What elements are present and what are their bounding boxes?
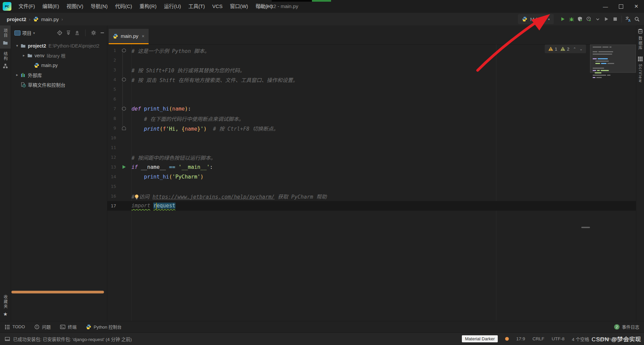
code-line-10[interactable]: 10 bbox=[107, 133, 636, 143]
next-problem-icon[interactable]: ⌄ bbox=[580, 47, 583, 51]
topbar-green-segment bbox=[312, 0, 331, 2]
locate-button[interactable] bbox=[57, 30, 62, 36]
window-minimize-button[interactable]: — bbox=[598, 0, 613, 13]
grid-icon bbox=[638, 56, 643, 62]
settings-button[interactable] bbox=[91, 30, 96, 36]
menu-item-tools[interactable]: 工具(T) bbox=[184, 0, 208, 13]
tree-item-scratches[interactable]: 草稿文件和控制台 bbox=[11, 80, 107, 89]
chevron-down-icon[interactable]: ▾ bbox=[14, 44, 20, 48]
window-close-button[interactable]: ✕ bbox=[629, 0, 644, 13]
run-line-icon[interactable] bbox=[116, 165, 131, 169]
stop-disabled-button[interactable] bbox=[611, 15, 620, 23]
token: ( bbox=[169, 106, 172, 112]
tree-item-project2[interactable]: ▾project2E:\Python-IDEA\project2 bbox=[11, 41, 107, 51]
toolwindow-button-event-log[interactable]: 2事件日志 bbox=[614, 324, 639, 330]
line-number: 3 bbox=[107, 67, 116, 72]
menu-item-run[interactable]: 运行(U) bbox=[160, 0, 185, 13]
code-line-7[interactable]: 7def print_hi(name): bbox=[107, 104, 636, 114]
menu-item-edit[interactable]: 编辑(E) bbox=[39, 0, 63, 13]
tab-label: main.py bbox=[121, 33, 139, 39]
status-item-theme[interactable]: Material Darker bbox=[462, 335, 498, 342]
sidebar-tab-database[interactable]: 数据库 bbox=[636, 25, 644, 53]
breadcrumb-file[interactable]: main.py bbox=[41, 16, 59, 22]
hide-button[interactable] bbox=[100, 30, 105, 36]
expand-all-button[interactable] bbox=[66, 30, 71, 36]
prev-problem-icon[interactable]: ⌃ bbox=[573, 47, 576, 51]
toolwindow-button-terminal[interactable]: 终端 bbox=[60, 324, 76, 330]
fold-open-icon[interactable] bbox=[116, 107, 131, 111]
menu-item-view[interactable]: 视图(V) bbox=[63, 0, 87, 13]
search-everywhere-button[interactable] bbox=[633, 15, 641, 23]
sidebar-tab-sciview[interactable]: SciView bbox=[636, 53, 644, 86]
sidebar-tab-structure[interactable]: 结构 bbox=[0, 49, 11, 72]
run-with-coverage-button[interactable] bbox=[576, 15, 585, 23]
run-button[interactable] bbox=[558, 15, 567, 23]
code-line-2[interactable]: 2 bbox=[107, 55, 636, 65]
editor-area[interactable]: main.py × 1# 这是一个示例 Python 脚本。23# 按 Shif… bbox=[107, 25, 636, 321]
inspections-widget[interactable]: 1 2 ⌃ ⌄ bbox=[545, 45, 586, 53]
project-panel: 项目 ▾ ▾project2E:\Python-IDEA\project2▸ve… bbox=[11, 25, 107, 321]
code-line-3[interactable]: 3# 按 Shift+F10 执行或将其替换为您的代码。 bbox=[107, 65, 636, 75]
run-buttons: 文A bbox=[558, 15, 641, 23]
profiler-button[interactable] bbox=[585, 15, 593, 23]
run-disabled-button[interactable] bbox=[602, 15, 611, 23]
run-configuration-selector[interactable]: MAIN ▾ bbox=[518, 14, 554, 24]
collapse-all-button[interactable] bbox=[74, 30, 80, 36]
tree-item-main-py[interactable]: main.py bbox=[11, 60, 107, 70]
toolwindow-button-python-console[interactable]: Python 控制台 bbox=[86, 324, 121, 330]
code-line-15[interactable]: 15 bbox=[107, 182, 636, 191]
tree-item-external-libs[interactable]: ▸外部库 bbox=[11, 70, 107, 80]
code-line-6[interactable]: 6 bbox=[107, 94, 636, 104]
code-editor[interactable]: 1# 这是一个示例 Python 脚本。23# 按 Shift+F10 执行或将… bbox=[107, 44, 636, 321]
menu-item-file[interactable]: 文件(F) bbox=[15, 0, 39, 13]
code-line-9[interactable]: 9 print(f'Hi, {name}') # 按 Ctrl+F8 切换断点。 bbox=[107, 123, 636, 133]
chevron-right-icon[interactable]: ▸ bbox=[21, 53, 26, 58]
code-line-5[interactable]: 5 bbox=[107, 84, 636, 94]
debug-button[interactable] bbox=[567, 15, 576, 23]
breadcrumb-project[interactable]: project2 bbox=[7, 16, 26, 22]
code-line-17[interactable]: 17import request bbox=[107, 201, 636, 211]
status-item-indent[interactable]: 4 个空格 bbox=[572, 336, 589, 342]
token: __name__ bbox=[141, 164, 169, 170]
scrollbar-thumb[interactable] bbox=[581, 227, 590, 228]
close-icon[interactable]: × bbox=[142, 33, 145, 39]
code-line-13[interactable]: 13if __name__ == '__main__': bbox=[107, 162, 636, 172]
menu-item-navigate[interactable]: 导航(N) bbox=[87, 0, 111, 13]
warning-count-2[interactable]: 2 bbox=[560, 46, 569, 52]
project-panel-title[interactable]: 项目 ▾ bbox=[14, 29, 35, 36]
status-item-line-ending[interactable]: CRLF bbox=[532, 336, 544, 341]
menu-item-refactor[interactable]: 重构(R) bbox=[136, 0, 160, 13]
toolwindow-toggle-icon[interactable] bbox=[5, 336, 10, 342]
tab-main-py[interactable]: main.py × bbox=[109, 29, 149, 44]
window-title: project2 - main.py bbox=[258, 0, 298, 13]
project-panel-hscrollbar[interactable] bbox=[11, 291, 104, 293]
editor-tab-bar: main.py × bbox=[107, 25, 636, 45]
code-line-16[interactable]: 16#访问 https://www.jetbrains.com/help/pyc… bbox=[107, 191, 636, 201]
status-item-encoding[interactable]: UTF-8 bbox=[552, 336, 565, 341]
line-number: 10 bbox=[107, 135, 116, 140]
fold-end-icon[interactable] bbox=[116, 126, 131, 130]
menu-item-vcs[interactable]: VCS bbox=[209, 0, 226, 13]
translate-button[interactable]: 文A bbox=[624, 15, 633, 23]
code-line-14[interactable]: 14 print_hi('PyCharm') bbox=[107, 172, 636, 182]
code-line-8[interactable]: 8 # 在下面的代码行中使用断点来调试脚本。 bbox=[107, 114, 636, 123]
status-message[interactable]: 已成功安装包: 已安装软件包: 'django-request' (4 分钟 之… bbox=[13, 336, 132, 342]
code-line-4[interactable]: 4# 按 双击 Shift 在所有地方搜索类、文件、工具窗口、操作和设置。 bbox=[107, 75, 636, 84]
code-line-12[interactable]: 12# 按间距中的绿色按钮以运行脚本。 bbox=[107, 152, 636, 162]
code-line-11[interactable]: 11 bbox=[107, 143, 636, 152]
sidebar-tab-favorites[interactable]: 收藏夹★ bbox=[0, 292, 11, 320]
sidebar-tab-project[interactable]: 项目 bbox=[0, 25, 11, 49]
toolwindow-button-todo[interactable]: TODO bbox=[5, 324, 25, 330]
toolwindow-button-problems[interactable]: 问题 bbox=[34, 324, 51, 330]
token: f bbox=[163, 126, 166, 132]
menu-item-code[interactable]: 代码(C) bbox=[111, 0, 136, 13]
warning-count-1[interactable]: 1 bbox=[548, 46, 557, 52]
more-run-button[interactable] bbox=[593, 15, 602, 23]
tree-item-venv[interactable]: ▸venvlibrary 根 bbox=[11, 51, 107, 60]
status-item-caret-position[interactable]: 17:9 bbox=[516, 336, 525, 341]
chevron-right-icon[interactable]: ▸ bbox=[14, 73, 20, 77]
fold-open-icon[interactable] bbox=[116, 48, 131, 53]
menu-item-window[interactable]: 窗口(W) bbox=[226, 0, 252, 13]
fold-open-icon[interactable] bbox=[116, 77, 131, 82]
window-maximize-button[interactable] bbox=[613, 0, 629, 13]
